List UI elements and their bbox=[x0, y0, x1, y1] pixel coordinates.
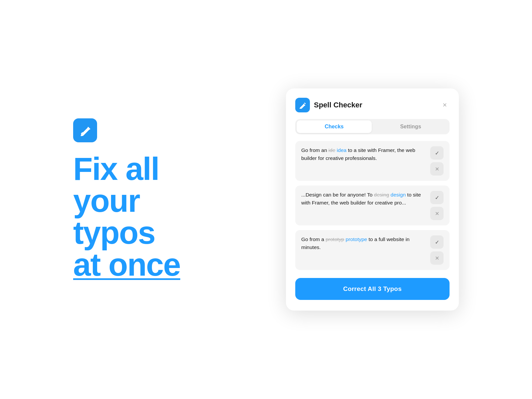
tab-checks[interactable]: Checks bbox=[297, 120, 372, 133]
suggestion-text-3: Go from a prototyp prototype to a full w… bbox=[301, 235, 427, 265]
suggestion-actions-2: ✓ ✕ bbox=[430, 191, 444, 220]
suggestion-text-1: Go from an ide idea to a site with Frame… bbox=[301, 146, 427, 176]
suggestion-text-2: ...Design can be for anyone! To desing d… bbox=[301, 191, 427, 220]
spell-checker-panel: Spell Checker × Checks Settings Go from … bbox=[286, 88, 459, 311]
accept-button-1[interactable]: ✓ bbox=[430, 146, 444, 160]
hero-line1: Fix all bbox=[73, 153, 180, 185]
suggestion-pre-3: Go from a bbox=[301, 236, 326, 242]
panel-title: Spell Checker bbox=[314, 101, 362, 109]
tabs-container: Checks Settings bbox=[295, 119, 450, 134]
suggestion-actions-3: ✓ ✕ bbox=[430, 235, 444, 265]
reject-button-1[interactable]: ✕ bbox=[430, 162, 444, 176]
edit-icon bbox=[79, 124, 91, 137]
suggestion-pre-1: Go from an bbox=[301, 147, 329, 153]
correction-word-2: design bbox=[391, 192, 406, 198]
hero-title: Fix all your typos at once bbox=[73, 153, 180, 281]
correct-all-button[interactable]: Correct All 3 Typos bbox=[295, 278, 450, 300]
panel-header: Spell Checker × bbox=[295, 98, 450, 112]
suggestion-actions-1: ✓ ✕ bbox=[430, 146, 444, 176]
panel-app-icon bbox=[295, 98, 310, 112]
typo-word-3: prototyp bbox=[326, 236, 344, 242]
reject-button-3[interactable]: ✕ bbox=[430, 251, 444, 265]
tab-settings[interactable]: Settings bbox=[373, 120, 448, 133]
suggestion-card-1: Go from an ide idea to a site with Frame… bbox=[295, 141, 450, 181]
reject-button-2[interactable]: ✕ bbox=[430, 207, 444, 220]
correction-word-1: idea bbox=[337, 147, 346, 153]
suggestion-pre-2: ...Design can be for anyone! To bbox=[301, 192, 374, 198]
suggestion-card-2: ...Design can be for anyone! To desing d… bbox=[295, 186, 450, 225]
app-icon bbox=[73, 118, 97, 142]
panel-header-left: Spell Checker bbox=[295, 98, 362, 112]
typo-word-1: ide bbox=[329, 147, 335, 153]
hero-line4: at once bbox=[73, 249, 180, 281]
hero-line3: typos bbox=[73, 217, 180, 249]
accept-button-3[interactable]: ✓ bbox=[430, 235, 444, 249]
correction-word-3: prototype bbox=[346, 236, 367, 242]
close-button[interactable]: × bbox=[440, 100, 450, 110]
panel-edit-icon bbox=[299, 101, 306, 109]
suggestion-card-3: Go from a prototyp prototype to a full w… bbox=[295, 230, 450, 270]
page-wrapper: Fix all your typos at once Spell Checker… bbox=[0, 0, 532, 399]
typo-word-2: desing bbox=[374, 192, 389, 198]
left-panel: Fix all your typos at once bbox=[73, 118, 259, 281]
accept-button-2[interactable]: ✓ bbox=[430, 191, 444, 204]
suggestions-list: Go from an ide idea to a site with Frame… bbox=[295, 141, 450, 270]
hero-line2: your bbox=[73, 185, 180, 217]
